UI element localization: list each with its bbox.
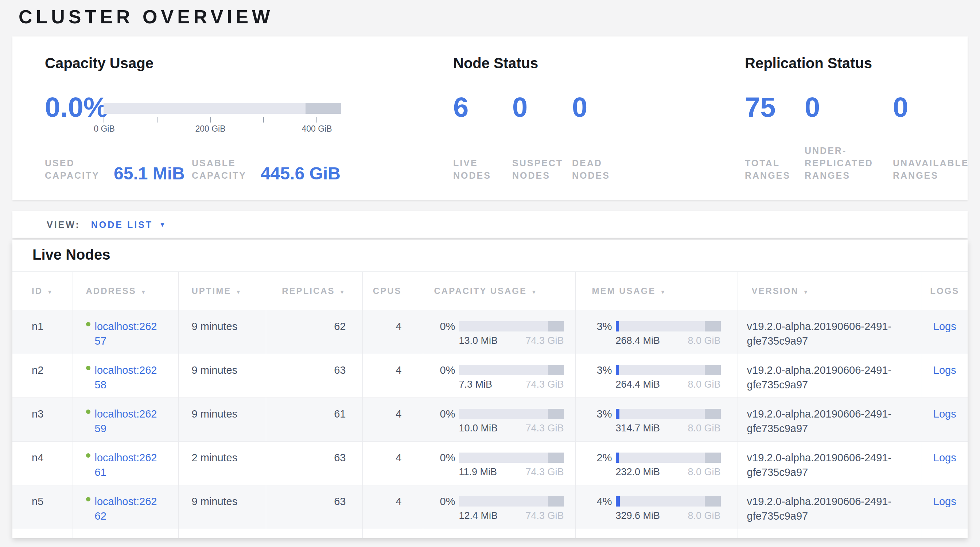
column-header-capacity-usage[interactable]: CAPACITY USAGE — [423, 272, 575, 310]
live-nodes-label: LIVE NODES — [453, 157, 501, 181]
mem-used-value: 264.4 MiB — [616, 378, 660, 391]
node-id-cell: n1 — [13, 310, 73, 354]
mem-percent: 2% — [576, 450, 612, 465]
page-title: CLUSTER OVERVIEW — [19, 6, 274, 28]
node-replicas-cell: 63 — [266, 442, 363, 485]
table-row: n3 localhost:26259 9 minutes 61 4 0% 10.… — [13, 398, 967, 442]
usable-capacity-stat: USABLE CAPACITY 445.6 GiB — [192, 157, 340, 181]
capacity-axis-ticks — [103, 117, 341, 122]
mem-total-value: 8.0 GiB — [687, 509, 721, 522]
node-mem-usage-cell: 3% 264.4 MiB 8.0 GiB — [575, 354, 738, 398]
table-row: n2 localhost:26258 9 minutes 63 4 0% 7.3… — [13, 354, 967, 398]
sort-arrow-icon — [803, 289, 810, 295]
node-logs-cell: Logs — [922, 442, 967, 485]
node-capacity-usage-cell: 0% 10.0 MiB 74.3 GiB — [423, 398, 575, 442]
node-address-cell: localhost:26261 — [73, 442, 178, 485]
dead-nodes-label: DEAD NODES — [572, 157, 619, 181]
node-logs-cell: Logs — [922, 310, 967, 354]
unavailable-ranges-label: UNAVAILABLE RANGES — [893, 157, 971, 181]
mem-bar — [616, 453, 721, 463]
node-replicas-cell: 63 — [266, 354, 363, 398]
capacity-used-value: 13.0 MiB — [459, 334, 498, 347]
sort-arrow-icon — [235, 289, 242, 295]
under-replicated-stat: 0 UNDER-REPLICATED RANGES — [805, 93, 883, 181]
capacity-bar — [459, 365, 564, 375]
node-uptime-cell: 9 minutes — [178, 310, 266, 354]
mem-percent: 3% — [576, 407, 612, 421]
node-live-status-icon — [86, 366, 91, 370]
node-id-cell: n3 — [13, 398, 73, 442]
node-address-cell: localhost:26257 — [73, 310, 178, 354]
mem-used-value: 314.7 MiB — [616, 422, 660, 434]
live-nodes-card: Live Nodes ID ADDRESS UPTIME REPLICAS CP… — [13, 240, 967, 538]
axis-label-400: 400 GiB — [302, 124, 332, 134]
node-live-status-icon — [86, 453, 91, 458]
mem-total-value: 8.0 GiB — [687, 422, 721, 434]
live-nodes-value: 6 — [453, 93, 501, 121]
unavailable-ranges-stat: 0 UNAVAILABLE RANGES — [893, 93, 971, 181]
node-version-cell: v19.2.0-alpha.20190606-2491-gfe735c9a97 — [738, 310, 922, 354]
node-address-link[interactable]: localhost:26261 — [95, 450, 160, 480]
capacity-bar — [459, 409, 564, 419]
logs-link[interactable]: Logs — [933, 408, 956, 420]
mem-percent: 3% — [576, 363, 612, 377]
capacity-total-value: 74.3 GiB — [525, 466, 564, 478]
column-header-id[interactable]: ID — [13, 272, 73, 310]
node-address-link[interactable]: localhost:26262 — [95, 494, 160, 523]
node-id-cell: n5 — [13, 485, 73, 529]
column-header-uptime[interactable]: UPTIME — [178, 272, 266, 310]
node-list-dropdown[interactable]: NODE LIST — [91, 219, 165, 230]
node-uptime-cell: 9 minutes — [178, 398, 266, 442]
mem-total-value: 8.0 GiB — [687, 378, 721, 391]
column-header-replicas[interactable]: REPLICAS — [266, 272, 363, 310]
node-logs-cell: Logs — [922, 398, 967, 442]
mem-used-value: 268.4 MiB — [616, 334, 660, 347]
column-header-version[interactable]: VERSION — [738, 272, 922, 310]
node-capacity-usage-cell: 0% 13.0 MiB 74.3 GiB — [423, 310, 575, 354]
node-mem-usage-cell: 3% 268.4 MiB 8.0 GiB — [575, 310, 738, 354]
unavailable-ranges-value: 0 — [893, 93, 971, 121]
mem-bar — [616, 321, 721, 331]
capacity-total-value: 74.3 GiB — [525, 422, 564, 434]
mem-percent: 3% — [576, 319, 612, 334]
suspect-nodes-value: 0 — [512, 93, 567, 121]
mem-bar — [616, 496, 721, 507]
sort-arrow-icon — [47, 289, 54, 295]
under-replicated-label: UNDER-REPLICATED RANGES — [805, 145, 883, 181]
axis-label-200: 200 GiB — [195, 124, 225, 134]
used-capacity-label: USED CAPACITY — [45, 157, 105, 181]
column-header-logs: LOGS — [922, 272, 967, 310]
node-cpus-cell: 4 — [363, 354, 423, 398]
replication-status-title: Replication Status — [745, 55, 872, 72]
column-header-address[interactable]: ADDRESS — [73, 272, 178, 310]
suspect-nodes-stat: 0 SUSPECT NODES — [512, 93, 567, 181]
node-live-status-icon — [86, 497, 91, 501]
node-status-title: Node Status — [453, 55, 538, 72]
capacity-percent: 0% — [423, 450, 455, 465]
mem-bar — [616, 409, 721, 419]
node-address-link[interactable]: localhost:26258 — [95, 363, 160, 392]
node-uptime-cell: 9 minutes — [178, 485, 266, 529]
capacity-total-value: 74.3 GiB — [525, 334, 564, 347]
node-address-cell: localhost:26258 — [73, 354, 178, 398]
capacity-usage-bar: 0 GiB 200 GiB 400 GiB — [103, 103, 341, 137]
column-header-mem-usage[interactable]: MEM USAGE — [575, 272, 738, 310]
node-address-link[interactable]: localhost:26257 — [95, 319, 160, 348]
logs-link[interactable]: Logs — [933, 321, 956, 332]
dead-nodes-stat: 0 DEAD NODES — [572, 93, 619, 181]
node-version-cell: v19.2.0-alpha.20190606-2491-gfe735c9a97 — [738, 398, 922, 442]
node-replicas-cell: 63 — [266, 485, 363, 529]
node-address-link[interactable]: localhost:26259 — [95, 407, 160, 436]
sort-arrow-icon — [660, 289, 667, 295]
node-cpus-cell: 4 — [363, 442, 423, 485]
live-nodes-title: Live Nodes — [32, 246, 110, 263]
used-capacity-value: 65.1 MiB — [114, 165, 185, 181]
node-uptime-cell: 2 minutes — [178, 442, 266, 485]
logs-link[interactable]: Logs — [933, 452, 956, 463]
logs-link[interactable]: Logs — [933, 496, 956, 507]
node-address-cell: localhost:26262 — [73, 485, 178, 529]
node-replicas-cell: 61 — [266, 398, 363, 442]
node-capacity-usage-cell: 0% 11.9 MiB 74.3 GiB — [423, 442, 575, 485]
logs-link[interactable]: Logs — [933, 364, 956, 376]
node-capacity-usage-cell: 0% 7.3 MiB 74.3 GiB — [423, 354, 575, 398]
